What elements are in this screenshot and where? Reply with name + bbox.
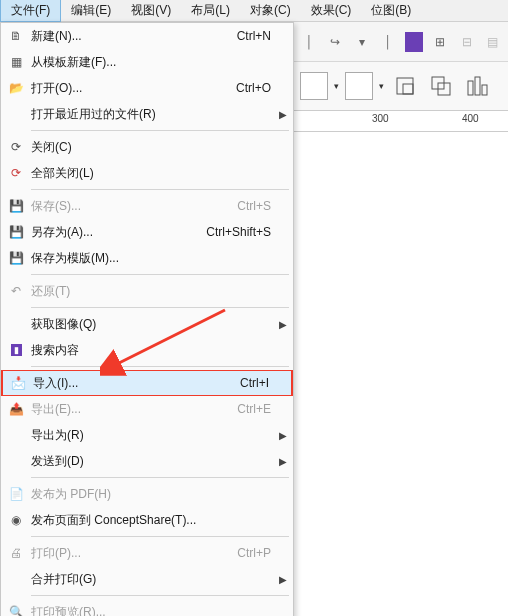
menu-bitmap[interactable]: 位图(B) <box>361 0 421 21</box>
sep-icon: │ <box>300 32 318 52</box>
options-bar: ▾ ▾ <box>294 62 508 110</box>
label: 获取图像(Q) <box>31 316 96 333</box>
label: 新建(N)... <box>31 28 82 45</box>
import-icon[interactable]: ⊞ <box>431 32 449 52</box>
menu-item-open[interactable]: 📂 打开(O)... Ctrl+O <box>1 75 293 101</box>
menu-item-new-template[interactable]: ▦ 从模板新建(F)... <box>1 49 293 75</box>
menu-item-recent[interactable]: 打开最近用过的文件(R) ▶ <box>1 101 293 127</box>
file-menu-dropdown: 🗎 新建(N)... Ctrl+N ▦ 从模板新建(F)... 📂 打开(O).… <box>0 22 294 616</box>
import-icon: 📩 <box>3 370 33 396</box>
export-icon: 📤 <box>1 396 31 422</box>
save-icon: 💾 <box>1 193 31 219</box>
label: 全部关闭(L) <box>31 165 94 182</box>
menu-item-print-merge[interactable]: 合并打印(G) ▶ <box>1 566 293 592</box>
menu-item-send-to[interactable]: 发送到(D) ▶ <box>1 448 293 474</box>
save-as-icon: 💾 <box>1 219 31 245</box>
sep-icon: │ <box>379 32 397 52</box>
menu-item-print-preview[interactable]: 🔍 打印预览(R)... <box>1 599 293 616</box>
menu-effect[interactable]: 效果(C) <box>301 0 362 21</box>
label: 导入(I)... <box>33 375 78 392</box>
dropdown-arrow-icon[interactable]: ▾ <box>379 81 384 91</box>
svg-rect-4 <box>468 81 473 95</box>
label: 还原(T) <box>31 283 70 300</box>
label: 发送到(D) <box>31 453 84 470</box>
menu-view[interactable]: 视图(V) <box>121 0 181 21</box>
align-icon[interactable] <box>462 71 492 101</box>
menu-item-save-as[interactable]: 💾 另存为(A)... Ctrl+Shift+S <box>1 219 293 245</box>
menu-layout[interactable]: 布局(L) <box>181 0 240 21</box>
export-icon[interactable]: ⊟ <box>458 32 476 52</box>
label: 搜索内容 <box>31 342 79 359</box>
svg-rect-0 <box>397 78 413 94</box>
menu-item-export[interactable]: 📤 导出(E)... Ctrl+E <box>1 396 293 422</box>
menu-file[interactable]: 文件(F) <box>0 0 61 22</box>
label: 合并打印(G) <box>31 571 96 588</box>
ruler-tick: 300 <box>372 113 389 124</box>
svg-rect-1 <box>403 84 413 94</box>
line-end-dropdown[interactable] <box>345 72 373 100</box>
menu-item-import[interactable]: 📩 导入(I)... Ctrl+I <box>1 370 293 396</box>
menu-item-acquire[interactable]: 获取图像(Q) ▶ <box>1 311 293 337</box>
print-icon: 🖨 <box>1 540 31 566</box>
separator <box>31 595 289 596</box>
label: 打印预览(R)... <box>31 604 106 617</box>
blank-icon <box>1 566 31 592</box>
shortcut: Ctrl+I <box>240 376 283 390</box>
line-start-dropdown[interactable] <box>300 72 328 100</box>
label: 另存为(A)... <box>31 224 93 241</box>
pdf-icon[interactable]: ▤ <box>484 32 502 52</box>
menu-item-new[interactable]: 🗎 新建(N)... Ctrl+N <box>1 23 293 49</box>
shortcut: Ctrl+P <box>237 546 285 560</box>
order-icon[interactable] <box>426 71 456 101</box>
menu-item-search[interactable]: ▮ 搜索内容 <box>1 337 293 363</box>
ruler-tick: 400 <box>462 113 479 124</box>
canvas[interactable] <box>294 132 508 616</box>
shortcut: Ctrl+S <box>237 199 285 213</box>
menu-item-publish-conceptshare[interactable]: ◉ 发布页面到 ConceptShare(T)... <box>1 507 293 533</box>
search-icon: ▮ <box>1 337 31 363</box>
separator <box>31 307 289 308</box>
menubar: 文件(F) 编辑(E) 视图(V) 布局(L) 对象(C) 效果(C) 位图(B… <box>0 0 508 22</box>
menu-object[interactable]: 对象(C) <box>240 0 301 21</box>
dropdown-arrow-icon[interactable]: ▾ <box>334 81 339 91</box>
blank-icon <box>1 311 31 337</box>
menu-item-export-for[interactable]: 导出为(R) ▶ <box>1 422 293 448</box>
menu-item-save-template[interactable]: 💾 保存为模版(M)... <box>1 245 293 271</box>
separator <box>31 189 289 190</box>
svg-rect-6 <box>482 85 487 95</box>
blank-icon <box>1 448 31 474</box>
label: 打印(P)... <box>31 545 81 562</box>
dropdown-arrow-icon[interactable]: ▾ <box>353 32 371 52</box>
label: 打开(O)... <box>31 80 82 97</box>
menu-item-save[interactable]: 💾 保存(S)... Ctrl+S <box>1 193 293 219</box>
label: 打开最近用过的文件(R) <box>31 106 156 123</box>
menu-item-close-all[interactable]: ⟳ 全部关闭(L) <box>1 160 293 186</box>
template-icon: ▦ <box>1 49 31 75</box>
separator <box>31 130 289 131</box>
search-content-icon[interactable] <box>405 32 423 52</box>
label: 保存(S)... <box>31 198 81 215</box>
folder-open-icon: 📂 <box>1 75 31 101</box>
close-all-icon: ⟳ <box>1 160 31 186</box>
label: 发布为 PDF(H) <box>31 486 111 503</box>
submenu-arrow-icon: ▶ <box>279 456 287 467</box>
shortcut: Ctrl+E <box>237 402 285 416</box>
menu-item-close[interactable]: ⟳ 关闭(C) <box>1 134 293 160</box>
close-icon: ⟳ <box>1 134 31 160</box>
save-template-icon: 💾 <box>1 245 31 271</box>
menu-item-revert[interactable]: ↶ 还原(T) <box>1 278 293 304</box>
label: 导出(E)... <box>31 401 81 418</box>
submenu-arrow-icon: ▶ <box>279 319 287 330</box>
print-preview-icon: 🔍 <box>1 599 31 616</box>
redo-icon[interactable]: ↪ <box>326 32 344 52</box>
blank-icon <box>1 101 31 127</box>
menu-edit[interactable]: 编辑(E) <box>61 0 121 21</box>
shortcut: Ctrl+Shift+S <box>206 225 285 239</box>
separator <box>31 536 289 537</box>
label: 关闭(C) <box>31 139 72 156</box>
separator <box>31 274 289 275</box>
separator <box>31 477 289 478</box>
menu-item-print[interactable]: 🖨 打印(P)... Ctrl+P <box>1 540 293 566</box>
wrap-icon[interactable] <box>390 71 420 101</box>
menu-item-publish-pdf[interactable]: 📄 发布为 PDF(H) <box>1 481 293 507</box>
